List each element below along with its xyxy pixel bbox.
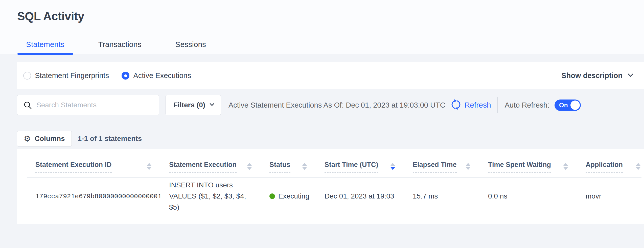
search-input[interactable] <box>17 95 159 115</box>
chevron-down-icon <box>628 71 633 77</box>
sort-arrows-icon[interactable] <box>636 163 640 170</box>
col-header-status: Status <box>261 149 316 177</box>
sort-arrows-icon[interactable] <box>466 163 470 170</box>
gear-icon: ⚙ <box>24 134 31 143</box>
radio-label: Statement Fingerprints <box>35 71 109 80</box>
col-header-application: Application <box>578 149 641 177</box>
cell-statement: INSERT INTO users VALUES ($1, $2, $3, $4… <box>161 177 261 215</box>
col-header-label[interactable]: Statement Execution ID <box>35 161 112 172</box>
chevron-down-icon <box>210 101 214 106</box>
table-header-row: Statement Execution ID Statement Executi… <box>27 149 641 177</box>
tab-bar: Statements Transactions Sessions <box>17 40 644 54</box>
col-header-label[interactable]: Application <box>586 161 623 172</box>
col-header-start-time: Start Time (UTC) <box>316 149 405 177</box>
show-description-label: Show description <box>561 71 623 80</box>
radio-circle-icon <box>122 72 129 80</box>
tab-sessions[interactable]: Sessions <box>167 40 215 54</box>
sort-arrows-icon[interactable] <box>302 163 307 170</box>
refresh-button[interactable]: Refresh <box>450 99 491 111</box>
columns-toolbar: ⚙ Columns 1-1 of 1 statements <box>17 131 644 146</box>
tab-transactions[interactable]: Transactions <box>90 40 150 54</box>
search-icon <box>24 101 32 111</box>
toggle-state-label: On <box>559 102 568 109</box>
table-row: 179cca7921e679b80000000000000001 INSERT … <box>27 177 641 215</box>
status-dot-icon <box>269 193 275 199</box>
status-label: Executing <box>278 192 309 200</box>
auto-refresh-label: Auto Refresh: <box>505 101 549 109</box>
cell-execution-id: 179cca7921e679b80000000000000001 <box>27 177 161 215</box>
sort-arrows-icon[interactable] <box>390 163 395 170</box>
sort-arrows-icon[interactable] <box>147 163 151 170</box>
col-header-label[interactable]: Status <box>269 161 290 172</box>
page-header: SQL Activity Statements Transactions Ses… <box>0 0 644 54</box>
sort-arrows-icon[interactable] <box>563 163 568 170</box>
cell-elapsed-time: 15.7 ms <box>405 177 480 215</box>
radio-circle-icon <box>23 72 31 80</box>
controls-row: Filters (0) Active Statement Executions … <box>17 95 644 115</box>
radio-statement-fingerprints[interactable]: Statement Fingerprints <box>23 71 109 80</box>
search-box <box>17 95 159 115</box>
tab-statements[interactable]: Statements <box>17 40 73 54</box>
statements-table: Statement Execution ID Statement Executi… <box>27 149 641 215</box>
auto-refresh-toggle[interactable]: On <box>555 100 581 111</box>
refresh-label: Refresh <box>465 101 491 109</box>
col-header-statement-execution-id: Statement Execution ID <box>27 149 161 177</box>
as-of-status-text: Active Statement Executions As Of: Dec 0… <box>228 101 445 109</box>
view-mode-panel: Statement Fingerprints Active Executions… <box>17 62 644 89</box>
col-header-label[interactable]: Statement Execution <box>169 161 237 172</box>
col-header-label[interactable]: Start Time (UTC) <box>325 161 378 172</box>
statements-table-panel: Statement Execution ID Statement Executi… <box>17 149 644 224</box>
radio-active-executions[interactable]: Active Executions <box>122 71 191 80</box>
columns-button[interactable]: ⚙ Columns <box>17 131 72 146</box>
cell-status: Executing <box>261 177 316 215</box>
cell-application: movr <box>578 177 641 215</box>
filters-label: Filters (0) <box>173 101 205 109</box>
page-title: SQL Activity <box>17 9 644 23</box>
columns-label: Columns <box>35 135 65 143</box>
filters-button[interactable]: Filters (0) <box>166 95 221 115</box>
col-header-label[interactable]: Elapsed Time <box>413 161 457 172</box>
cell-start-time: Dec 01, 2023 at 19:03 <box>316 177 405 215</box>
vertical-divider <box>497 97 498 113</box>
toggle-knob <box>570 101 580 110</box>
col-header-statement-execution: Statement Execution <box>161 149 261 177</box>
refresh-icon <box>450 99 462 111</box>
execution-id-link[interactable]: 179cca7921e679b80000000000000001 <box>35 193 162 200</box>
radio-label: Active Executions <box>133 71 191 80</box>
cell-time-spent-waiting: 0.0 ns <box>480 177 578 215</box>
result-count: 1-1 of 1 statements <box>78 135 142 143</box>
sort-arrows-icon[interactable] <box>247 163 252 170</box>
col-header-label[interactable]: Time Spent Waiting <box>488 161 551 172</box>
col-header-elapsed-time: Elapsed Time <box>405 149 480 177</box>
show-description-toggle[interactable]: Show description <box>561 71 632 80</box>
statement-text: INSERT INTO users VALUES ($1, $2, $3, $4… <box>169 180 261 213</box>
col-header-time-spent-waiting: Time Spent Waiting <box>480 149 578 177</box>
